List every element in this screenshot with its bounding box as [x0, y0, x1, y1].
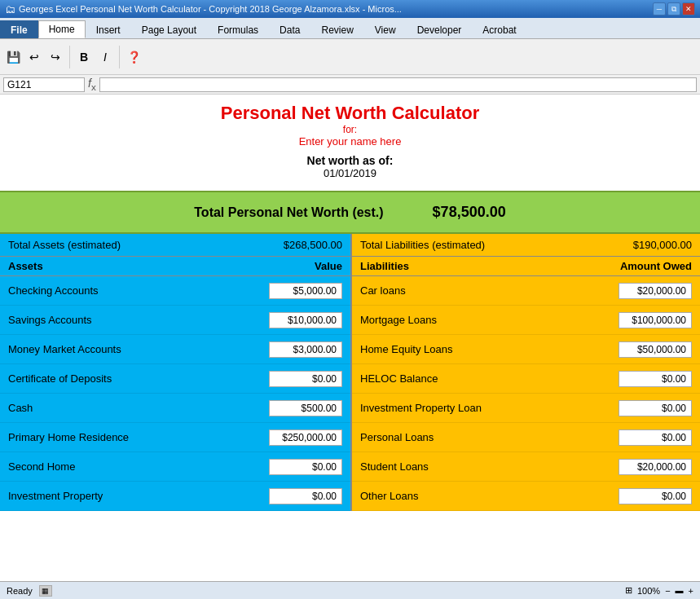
toolbar-separator	[69, 46, 70, 68]
help-icon[interactable]: ❓	[124, 47, 143, 67]
liability-row-value[interactable]: $100,000.00	[619, 312, 692, 328]
function-icon: fx	[88, 77, 96, 92]
window-title: Georges Excel Personal Net Worth Calcula…	[19, 4, 402, 14]
asset-row-value[interactable]: $250,000.00	[269, 429, 342, 446]
liability-row-value[interactable]: $0.00	[619, 400, 692, 416]
liability-row-label: Other Loans	[360, 490, 419, 502]
asset-row-label: Certificate of Deposits	[8, 372, 112, 385]
tab-acrobat[interactable]: Acrobat	[472, 20, 526, 38]
liability-row: Investment Property Loan $0.00	[352, 394, 700, 423]
liability-row-value[interactable]: $0.00	[619, 488, 692, 504]
liability-row-label: Student Loans	[360, 460, 429, 473]
asset-row-label: Checking Accounts	[8, 284, 99, 297]
asset-row-value[interactable]: $3,000.00	[269, 341, 342, 358]
asset-row-label: Money Market Accounts	[8, 343, 121, 355]
tab-file[interactable]: File	[0, 20, 38, 38]
summary-label: Total Personal Net Worth (est.)	[194, 205, 383, 220]
asset-row: Investment Property $0.00	[0, 482, 350, 511]
asset-row: Cash $500.00	[0, 394, 350, 423]
asset-row: Second Home $0.00	[0, 452, 350, 482]
liability-row-label: HELOC Balance	[360, 372, 438, 385]
assets-column: Total Assets (estimated) $268,500.00 Ass…	[0, 234, 352, 511]
tab-insert[interactable]: Insert	[86, 20, 131, 38]
app-title-section: Personal Net Worth Calculator for: Enter…	[0, 95, 700, 184]
summary-band: Total Personal Net Worth (est.) $78,500.…	[0, 191, 700, 234]
asset-row-label: Cash	[8, 402, 33, 414]
asset-row: Certificate of Deposits $0.00	[0, 364, 350, 394]
liability-row: Other Loans $0.00	[352, 482, 700, 511]
close-button[interactable]: ✕	[682, 2, 695, 15]
tab-home[interactable]: Home	[38, 20, 86, 38]
liability-row-value[interactable]: $50,000.00	[619, 341, 692, 358]
liability-row: Mortgage Loans $100,000.00	[352, 306, 700, 335]
formula-bar: fx	[0, 75, 700, 95]
liability-row-value[interactable]: $0.00	[619, 429, 692, 446]
bold-button[interactable]: B	[74, 47, 94, 67]
liability-row-value[interactable]: $0.00	[619, 371, 692, 387]
redo-icon[interactable]: ↪	[46, 47, 65, 67]
liabilities-value-label: Amount Owed	[620, 260, 692, 272]
asset-row: Money Market Accounts $3,000.00	[0, 335, 350, 364]
excel-icon: 🗂	[5, 3, 15, 15]
liabilities-column: Total Liabilities (estimated) $190,000.0…	[352, 234, 700, 511]
asset-row-value[interactable]: $10,000.00	[269, 312, 342, 328]
asset-row-value[interactable]: $500.00	[269, 400, 342, 416]
liabilities-rows: Car loans $20,000.00 Mortgage Loans $100…	[352, 276, 700, 511]
main-title: Personal Net Worth Calculator	[16, 103, 684, 124]
liability-row: Student Loans $20,000.00	[352, 452, 700, 482]
assets-total-label: Total Assets (estimated)	[8, 239, 121, 251]
italic-button[interactable]: I	[95, 47, 115, 67]
liability-row-label: Personal Loans	[360, 431, 434, 443]
sheet-content: Personal Net Worth Calculator for: Enter…	[0, 95, 700, 511]
title-bar-controls[interactable]: ─ ⧉ ✕	[653, 2, 695, 15]
assets-col-name: Assets	[8, 260, 43, 272]
save-button[interactable]: 💾	[3, 47, 23, 67]
assets-rows: Checking Accounts $5,000.00 Savings Acco…	[0, 276, 350, 511]
name-input-display[interactable]: Enter your name here	[16, 135, 684, 148]
net-worth-as-of-label: Net worth as of:	[16, 154, 684, 167]
asset-row-value[interactable]: $0.00	[269, 488, 342, 504]
tab-view[interactable]: View	[364, 20, 407, 38]
tab-developer[interactable]: Developer	[407, 20, 473, 38]
net-worth-date: 01/01/2019	[16, 167, 684, 179]
assets-header-row: Total Assets (estimated) $268,500.00	[0, 234, 350, 256]
ribbon-tabs: File Home Insert Page Layout Formulas Da…	[0, 18, 700, 39]
asset-row-value[interactable]: $5,000.00	[269, 283, 342, 299]
liability-row: Personal Loans $0.00	[352, 423, 700, 452]
assets-value-label: Value	[315, 260, 342, 272]
toolbar-area: 💾 ↩ ↪ B I ❓	[0, 39, 700, 75]
title-bar: 🗂 Georges Excel Personal Net Worth Calcu…	[0, 0, 700, 18]
assets-labels-row: Assets Value	[0, 256, 350, 276]
asset-row-value[interactable]: $0.00	[269, 371, 342, 387]
minimize-button[interactable]: ─	[653, 2, 666, 15]
liability-row-label: Home Equity Loans	[360, 343, 452, 355]
asset-row-value[interactable]: $0.00	[269, 459, 342, 475]
restore-button[interactable]: ⧉	[667, 2, 680, 15]
title-bar-left: 🗂 Georges Excel Personal Net Worth Calcu…	[5, 3, 402, 15]
asset-row-label: Investment Property	[8, 490, 103, 502]
assets-total-value: $268,500.00	[284, 239, 342, 251]
liability-row-value[interactable]: $20,000.00	[619, 283, 692, 299]
liability-row-value[interactable]: $20,000.00	[619, 459, 692, 475]
tables-row: Total Assets (estimated) $268,500.00 Ass…	[0, 234, 700, 511]
liability-row-label: Car loans	[360, 284, 406, 297]
for-label: for:	[16, 124, 684, 135]
summary-value: $78,500.00	[433, 204, 506, 221]
asset-row: Checking Accounts $5,000.00	[0, 276, 350, 306]
formula-input[interactable]	[99, 77, 697, 92]
asset-row-label: Second Home	[8, 460, 75, 473]
liability-row: Car loans $20,000.00	[352, 276, 700, 306]
liability-row-label: Investment Property Loan	[360, 402, 482, 414]
asset-row-label: Primary Home Residence	[8, 431, 129, 443]
tab-page-layout[interactable]: Page Layout	[131, 20, 207, 38]
liability-row-label: Mortgage Loans	[360, 314, 437, 326]
liabilities-labels-row: Liabilities Amount Owed	[352, 256, 700, 276]
tab-review[interactable]: Review	[310, 20, 363, 38]
asset-row: Primary Home Residence $250,000.00	[0, 423, 350, 452]
liability-row: Home Equity Loans $50,000.00	[352, 335, 700, 364]
liabilities-total-value: $190,000.00	[633, 239, 692, 251]
tab-formulas[interactable]: Formulas	[207, 20, 269, 38]
undo-icon[interactable]: ↩	[24, 47, 44, 67]
tab-data[interactable]: Data	[269, 20, 310, 38]
name-box[interactable]	[3, 77, 85, 92]
